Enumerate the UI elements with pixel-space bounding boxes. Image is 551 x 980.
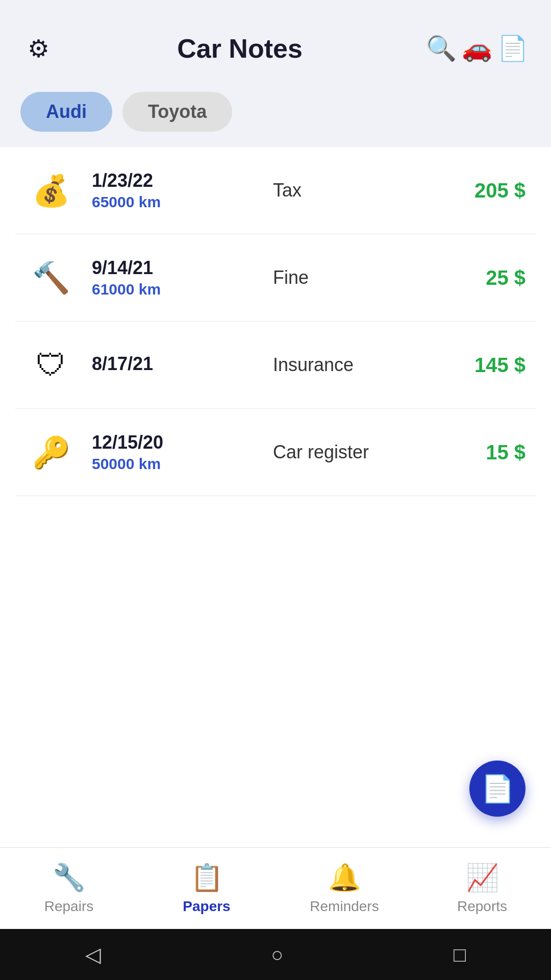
entry-row[interactable]: 🔑 12/15/20 50000 km Car register 15 $ [15, 409, 536, 496]
papers-icon: 📋 [190, 862, 223, 893]
repairs-icon: 🔧 [53, 862, 86, 893]
tab-audi[interactable]: Audi [20, 92, 112, 132]
nav-item-papers[interactable]: 📋 Papers [138, 848, 276, 929]
entry-km: 50000 km [92, 455, 247, 473]
entry-amount: 25 $ [444, 266, 525, 289]
entry-icon-insurance: 🛡 [26, 339, 77, 390]
header: ⚙ Car Notes 🔍 🚗 📄 [0, 0, 551, 82]
tab-toyota[interactable]: Toyota [122, 92, 232, 132]
add-paper-icon[interactable]: 📄 [495, 31, 531, 66]
nav-item-reminders[interactable]: 🔔 Reminders [276, 848, 413, 929]
repairs-label: Repairs [44, 898, 93, 915]
entry-date: 8/17/21 [92, 353, 247, 375]
entry-info-tax: 1/23/22 65000 km [92, 170, 247, 211]
bottom-nav: 🔧 Repairs 📋 Papers 🔔 Reminders 📈 Reports [0, 847, 551, 929]
entry-info-car-register: 12/15/20 50000 km [92, 432, 247, 473]
home-button[interactable]: ○ [271, 943, 283, 966]
entry-km: 61000 km [92, 281, 247, 298]
entry-date: 9/14/21 [92, 257, 247, 279]
garage-icon[interactable]: 🚗 [459, 31, 495, 66]
nav-item-reports[interactable]: 📈 Reports [413, 848, 551, 929]
entry-type: Insurance [263, 354, 429, 376]
nav-item-repairs[interactable]: 🔧 Repairs [0, 848, 138, 929]
recent-button[interactable]: □ [454, 943, 466, 966]
reports-icon: 📈 [466, 862, 499, 893]
entry-date: 12/15/20 [92, 432, 247, 453]
entry-icon-car-register: 🔑 [26, 427, 77, 478]
entry-amount: 15 $ [444, 441, 525, 464]
content-spacer [15, 496, 536, 588]
back-button[interactable]: ◁ [85, 943, 101, 966]
entry-date: 1/23/22 [92, 170, 247, 191]
entry-amount: 205 $ [444, 179, 525, 202]
entry-type: Fine [263, 267, 429, 288]
entry-amount: 145 $ [444, 354, 525, 377]
entry-info-fine: 9/14/21 61000 km [92, 257, 247, 298]
entry-info-insurance: 8/17/21 [92, 353, 247, 377]
reports-label: Reports [457, 898, 507, 915]
search-icon[interactable]: 🔍 [423, 31, 459, 66]
entry-km: 65000 km [92, 193, 247, 211]
system-nav: ◁ ○ □ [0, 929, 551, 980]
app-title: Car Notes [56, 33, 423, 64]
entries-list: 💰 1/23/22 65000 km Tax 205 $ 🔨 9/14/21 6… [0, 147, 551, 847]
entry-row[interactable]: 🛡 8/17/21 Insurance 145 $ [15, 322, 536, 409]
papers-label: Papers [183, 898, 230, 915]
reminders-icon: 🔔 [328, 862, 361, 893]
fab-icon: 📄 [481, 773, 514, 804]
car-tabs: Audi Toyota [0, 82, 551, 147]
entry-type: Car register [263, 442, 429, 463]
add-paper-fab[interactable]: 📄 [469, 761, 525, 817]
entry-icon-tax: 💰 [26, 165, 77, 216]
entry-row[interactable]: 💰 1/23/22 65000 km Tax 205 $ [15, 147, 536, 234]
entry-type: Tax [263, 180, 429, 201]
settings-icon[interactable]: ⚙ [20, 31, 56, 66]
entry-row[interactable]: 🔨 9/14/21 61000 km Fine 25 $ [15, 234, 536, 322]
entry-icon-fine: 🔨 [26, 252, 77, 303]
reminders-label: Reminders [310, 898, 379, 915]
